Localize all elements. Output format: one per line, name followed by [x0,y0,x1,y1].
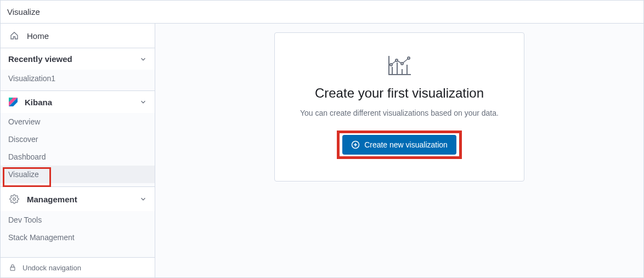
recent-item[interactable]: Visualization1 [1,70,155,87]
undock-navigation[interactable]: Undock navigation [1,257,155,277]
topbar: Visualize [1,1,643,24]
nav-home[interactable]: Home [1,24,155,48]
section-management[interactable]: Management [1,187,155,211]
chevron-down-icon [139,55,147,63]
sidebar-item-label: Dev Tools [8,215,42,224]
sidebar-item-overview[interactable]: Overview [1,113,155,131]
plus-circle-icon [351,140,360,149]
empty-state-card: Create your first visualization You can … [274,32,524,181]
sidebar-item-visualize[interactable]: Visualize [1,166,155,183]
kibana-logo-icon [8,97,18,107]
section-kibana-label: Kibana [25,98,139,107]
sidebar-item-dashboard[interactable]: Dashboard [1,148,155,166]
lock-icon [8,263,17,272]
svg-point-2 [390,64,392,66]
section-management-label: Management [27,195,139,204]
sidebar-item-devtools[interactable]: Dev Tools [1,211,155,229]
section-recently-viewed[interactable]: Recently viewed [1,48,155,70]
empty-state-title: Create your first visualization [290,86,509,101]
section-kibana[interactable]: Kibana [1,91,155,113]
nav-home-label: Home [27,31,147,41]
undock-label: Undock navigation [22,264,81,272]
sidebar-item-label: Stack Management [8,233,75,242]
sidebar-item-label: Discover [8,135,38,144]
gear-icon [8,193,20,205]
sidebar-item-stack-management[interactable]: Stack Management [1,229,155,246]
chevron-down-icon [139,98,147,106]
recent-item-label: Visualization1 [8,74,55,83]
breadcrumb-current: Visualize [7,7,40,16]
svg-point-0 [13,198,16,201]
svg-point-4 [401,63,403,65]
create-visualization-button[interactable]: Create new visualization [342,135,456,155]
main-content: Create your first visualization You can … [155,24,643,277]
chart-icon [290,55,509,77]
svg-rect-1 [10,267,15,270]
svg-point-3 [396,59,398,61]
sidebar-item-label: Visualize [8,170,39,179]
sidebar-item-label: Dashboard [8,152,46,161]
home-icon [8,30,20,42]
sidebar: Home Recently viewed Visualization1 [1,24,155,277]
empty-state-subtitle: You can create different visualizations … [290,109,509,117]
section-recently-viewed-label: Recently viewed [8,54,139,64]
chevron-down-icon [139,195,147,203]
svg-point-5 [408,57,410,59]
sidebar-item-discover[interactable]: Discover [1,131,155,148]
create-visualization-label: Create new visualization [364,140,448,149]
sidebar-item-label: Overview [8,117,40,126]
